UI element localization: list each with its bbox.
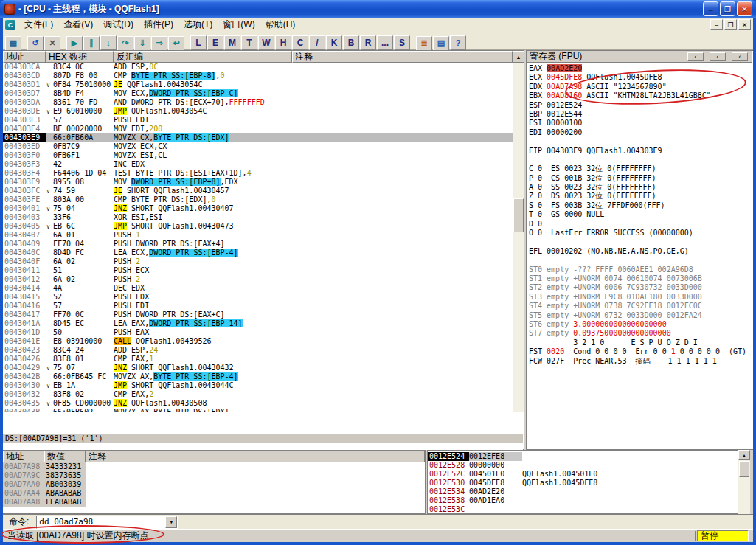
register-EBX[interactable]: EBX 00AD8160 ASCII "KHTM28LTA2JB3L41GB8C… bbox=[529, 91, 752, 100]
register-EIP[interactable]: EIP 004303E9 QQFlash1.004303E9 bbox=[529, 147, 752, 156]
menu-item-options[interactable]: 选项(T) bbox=[178, 18, 218, 31]
disasm-row[interactable]: 0043042B66:0FB645 FCMOVZX AX,BYTE PTR SS… bbox=[3, 372, 513, 381]
scroll-up-button[interactable]: ▲ bbox=[513, 51, 524, 63]
toolbar-window-M-button[interactable]: M bbox=[224, 35, 240, 50]
flag-line[interactable]: S 0 FS 003B 32位 7FFDF000(FFF) bbox=[529, 201, 752, 210]
disasm-row[interactable]: 00430401∨75 04JNZ SHORT QQFlash1.0043040… bbox=[3, 204, 513, 213]
disasm-row[interactable]: 004303ED0FB7C9MOVZX ECX,CX bbox=[3, 142, 513, 151]
disasm-row[interactable]: 004303F98955 08MOV DWORD PTR SS:[EBP+8],… bbox=[3, 178, 513, 187]
register-ECX[interactable]: ECX 0045DFE8 QQFlash1.0045DFE8 bbox=[529, 73, 752, 82]
disasm-row[interactable]: 0043040333F6XOR ESI,ESI bbox=[3, 213, 513, 222]
fpu-register-line[interactable]: ST7 empty 0.09375000000000000000 bbox=[529, 329, 752, 338]
stack-row[interactable]: 0012E53400AD2E20 bbox=[428, 487, 738, 496]
toolbar-step-over-icon-button[interactable]: ↷ bbox=[117, 36, 133, 51]
disasm-row[interactable]: 004304144ADEC EDX bbox=[3, 284, 513, 293]
disasm-row[interactable]: 0043041657PUSH EDI bbox=[3, 302, 513, 310]
register-EBP[interactable]: EBP 0012E544 bbox=[529, 110, 752, 119]
disasm-row[interactable]: 004303F342INC EDX bbox=[3, 160, 513, 169]
disasm-row[interactable]: 004303E357PUSH EDI bbox=[3, 116, 513, 125]
minimize-button[interactable]: – bbox=[703, 1, 718, 16]
toolbar-help-icon-button[interactable]: ? bbox=[450, 35, 466, 50]
menu-item-file[interactable]: 文件(F) bbox=[19, 18, 58, 31]
disasm-row[interactable]: 00430429∨75 07JNZ SHORT QQFlash1.0043043… bbox=[3, 364, 513, 372]
disasm-row[interactable]: 0043043283F8 02CMP EAX,2 bbox=[3, 390, 513, 399]
column-header-hex[interactable]: HEX 数据 bbox=[46, 51, 114, 63]
pane-collapse-button[interactable]: ‹ bbox=[710, 52, 726, 61]
disasm-row[interactable]: 004303E966:0FB60AMOVZX CX,BYTE PTR DS:[E… bbox=[3, 133, 513, 142]
toolbar-window-L-button[interactable]: L bbox=[190, 35, 207, 50]
menu-item-debug[interactable]: 调试(D) bbox=[98, 18, 139, 31]
toolbar-animate-into-icon-button[interactable]: ⇓ bbox=[134, 36, 150, 51]
disasm-row[interactable]: 004303DA8361 70 FDAND DWORD PTR DS:[ECX+… bbox=[3, 98, 513, 107]
stack-row[interactable]: 0012E52C004501E0QQFlash1.004501E0 bbox=[428, 470, 738, 479]
disasm-row[interactable]: 00430405∨EB 6CJMP SHORT QQFlash1.0043047… bbox=[3, 222, 513, 231]
fpu-status-line[interactable]: 3 2 1 0 E S P U O Z D I bbox=[529, 339, 752, 347]
toolbar-windows-icon-button[interactable]: ▤ bbox=[433, 36, 449, 51]
close-button[interactable]: ✕ bbox=[737, 1, 752, 16]
register-EDX[interactable]: EDX 00AD7A98 ASCII "1234567890" bbox=[529, 83, 752, 91]
command-input[interactable]: dd 00ad7a98 ▼ bbox=[36, 516, 178, 529]
dump-row[interactable]: 00AD7AA0AB003039 bbox=[3, 480, 425, 489]
dump-row[interactable]: 00AD7A9C38373635 bbox=[3, 471, 425, 480]
flag-line[interactable]: C 0 ES 0023 32位 0(FFFFFFFF) bbox=[529, 164, 752, 173]
disasm-row[interactable]: 004303DE∨E9 69010000JMP QQFlash1.0043054… bbox=[3, 107, 513, 116]
disasm-row[interactable]: 00430409FF70 04PUSH DWORD PTR DS:[EAX+4] bbox=[3, 240, 513, 249]
toolbar-window-K-button[interactable]: K bbox=[326, 35, 342, 50]
disasm-row[interactable]: 00430430∨EB 1AJMP SHORT QQFlash1.0043044… bbox=[3, 381, 513, 390]
stack-row[interactable]: 0012E52800000000 bbox=[428, 461, 738, 470]
toolbar-window-C-button[interactable]: C bbox=[292, 35, 308, 50]
toolbar-window-R-button[interactable]: R bbox=[360, 35, 376, 50]
menu-item-help[interactable]: 帮助(H) bbox=[260, 18, 301, 31]
dump-column-value[interactable]: 数值 bbox=[44, 451, 86, 462]
fpu-register-line[interactable]: ST4 empty +UNORM 0738 7C92EE18 0012FC0C bbox=[529, 302, 752, 310]
dump-row[interactable]: 00AD7A9834333231 bbox=[3, 462, 425, 471]
dump-row[interactable]: 00AD7AA4ABABABAB bbox=[3, 489, 425, 498]
pane-collapse-button[interactable]: ‹ bbox=[732, 52, 748, 61]
fpu-register-line[interactable]: ST6 empty 3.0000000000000000000 bbox=[529, 320, 752, 329]
column-header-disasm[interactable]: 反汇编 bbox=[114, 51, 292, 63]
flag-line[interactable]: A 0 SS 0023 32位 0(FFFFFFFF) bbox=[529, 183, 752, 192]
disasm-row[interactable]: 004303D1∨0F84 75010000JE QQFlash1.004305… bbox=[3, 80, 513, 89]
dump-column-comment[interactable]: 注释 bbox=[86, 451, 425, 462]
spacer-line[interactable] bbox=[529, 156, 752, 164]
column-header-comment[interactable]: 注释 bbox=[292, 51, 513, 63]
disasm-row[interactable]: 004303CA83C4 0CADD ESP,0C bbox=[3, 63, 513, 72]
fpu-status-line[interactable]: FST 0020 Cond 0 0 0 0 Err 0 0 1 0 0 0 0 … bbox=[529, 347, 752, 356]
flag-line[interactable]: O 0 LastErr ERROR_SUCCESS (00000000) bbox=[529, 229, 752, 237]
spacer-line[interactable] bbox=[529, 256, 752, 265]
toolbar-window-E-button[interactable]: E bbox=[207, 35, 223, 50]
toolbar-execute-till-return-icon-button[interactable]: ↩ bbox=[168, 36, 184, 51]
fpu-register-line[interactable]: ST5 empty +UNORM 0732 0033D000 0012FA24 bbox=[529, 311, 752, 320]
toolbar-run-icon-button[interactable]: ▶ bbox=[66, 36, 83, 51]
disasm-row[interactable]: 0043040F6A 02PUSH 2 bbox=[3, 257, 513, 266]
register-ESP[interactable]: ESP 0012E524 bbox=[529, 101, 752, 110]
disasm-row[interactable]: 00430435∨0F85 CD000000JNZ QQFlash1.00430… bbox=[3, 399, 513, 408]
mdi-restore-button[interactable]: ❐ bbox=[724, 19, 737, 30]
cpu-window-icon[interactable]: C bbox=[5, 20, 15, 30]
disasm-row[interactable]: 0043041552PUSH EDX bbox=[3, 293, 513, 302]
toolbar-window-S-button[interactable]: S bbox=[394, 35, 410, 50]
toolbar-window-slash-button[interactable]: / bbox=[309, 35, 325, 50]
toolbar-restart-icon-button[interactable]: ↺ bbox=[27, 36, 44, 51]
disassembly-scrollbar[interactable]: ▲ ▼ bbox=[513, 51, 524, 412]
column-header-address[interactable]: 地址 bbox=[3, 51, 46, 63]
register-EAX[interactable]: EAX 00AD2E20 bbox=[529, 64, 752, 73]
spacer-line[interactable] bbox=[529, 137, 752, 146]
disasm-row[interactable]: 0043042383C4 24ADD ESP,24 bbox=[3, 346, 513, 355]
disasm-row[interactable]: 0043043B66:0FB602MOVZX AX,BYTE PTR DS:[E… bbox=[3, 408, 513, 412]
dump-column-address[interactable]: 地址 bbox=[3, 451, 44, 462]
fpu-register-line[interactable]: ST2 empty +UNORM 0006 7C930732 0033D000 bbox=[529, 283, 752, 292]
stack-row[interactable]: 0012E5300045DFE8QQFlash1.0045DFE8 bbox=[428, 479, 738, 487]
disasm-row[interactable]: 004303FE803A 00CMP BYTE PTR DS:[EDX],0 bbox=[3, 195, 513, 204]
scrollbar-thumb[interactable] bbox=[513, 198, 524, 232]
menu-item-plugins[interactable]: 插件(P) bbox=[139, 18, 178, 31]
fpu-register-line[interactable]: ST3 empty +UNORM F9C8 01DAF180 0033D000 bbox=[529, 293, 752, 302]
disasm-row[interactable]: 004303D78B4D F4MOV ECX,DWORD PTR SS:[EBP… bbox=[3, 89, 513, 98]
toolbar-animate-over-icon-button[interactable]: ⇒ bbox=[151, 36, 167, 51]
disasm-row[interactable]: 004303FC∨74 59JE SHORT QQFlash1.00430457 bbox=[3, 187, 513, 195]
mdi-minimize-button[interactable]: – bbox=[710, 19, 723, 30]
scrollbar-thumb[interactable] bbox=[739, 461, 749, 477]
disasm-row[interactable]: 0043041A8D45 ECLEA EAX,DWORD PTR SS:[EBP… bbox=[3, 319, 513, 328]
flag-line[interactable]: D 0 bbox=[529, 220, 752, 229]
register-EDI[interactable]: EDI 00000200 bbox=[529, 128, 752, 137]
